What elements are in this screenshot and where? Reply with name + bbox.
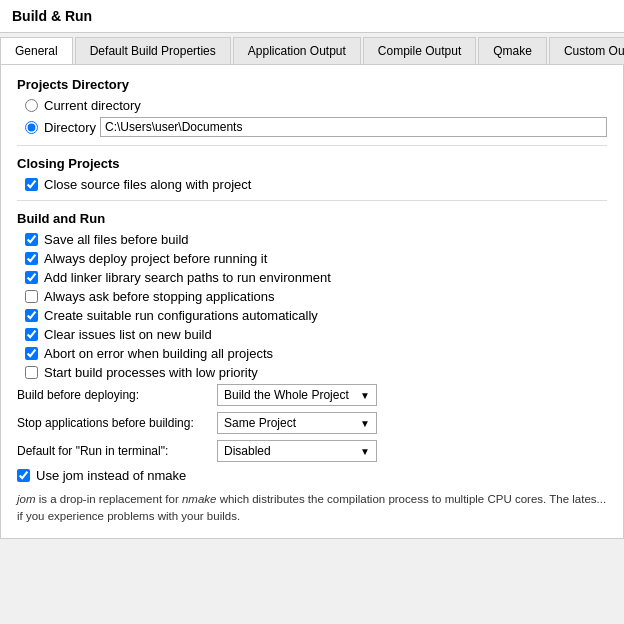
abort-error-checkbox[interactable] (25, 347, 38, 360)
tab-app-output[interactable]: Application Output (233, 37, 361, 64)
tab-compile-output[interactable]: Compile Output (363, 37, 476, 64)
stop-before-dropdown[interactable]: Same Project ▼ (217, 412, 377, 434)
projects-directory-label: Projects Directory (17, 77, 607, 92)
low-priority-row: Start build processes with low priority (25, 365, 607, 380)
run-configs-row: Create suitable run configurations autom… (25, 308, 607, 323)
stop-before-arrow-icon: ▼ (360, 418, 370, 429)
divider-1 (17, 145, 607, 146)
save-all-checkbox[interactable] (25, 233, 38, 246)
run-configs-label: Create suitable run configurations autom… (44, 308, 318, 323)
build-and-run-group: Save all files before build Always deplo… (25, 232, 607, 380)
directory-input[interactable] (100, 117, 607, 137)
closing-projects-label: Closing Projects (17, 156, 607, 171)
run-terminal-value: Disabled (224, 444, 271, 458)
jom-text-4: which distributes the compilation proces… (216, 493, 606, 505)
close-source-row: Close source files along with project (25, 177, 607, 192)
general-content: Projects Directory Current directory Dir… (0, 65, 624, 539)
jom-checkbox[interactable] (17, 469, 30, 482)
run-terminal-row: Default for "Run in terminal": Disabled … (17, 440, 607, 462)
run-configs-checkbox[interactable] (25, 309, 38, 322)
clear-issues-checkbox[interactable] (25, 328, 38, 341)
stop-before-field-label: Stop applications before building: (17, 416, 217, 430)
low-priority-checkbox[interactable] (25, 366, 38, 379)
clear-issues-row: Clear issues list on new build (25, 327, 607, 342)
projects-directory-group: Current directory Directory (25, 98, 607, 137)
jom-label: Use jom instead of nmake (36, 468, 186, 483)
run-terminal-field-label: Default for "Run in terminal": (17, 444, 217, 458)
linker-paths-label: Add linker library search paths to run e… (44, 270, 331, 285)
run-terminal-dropdown[interactable]: Disabled ▼ (217, 440, 377, 462)
ask-stop-checkbox[interactable] (25, 290, 38, 303)
linker-paths-row: Add linker library search paths to run e… (25, 270, 607, 285)
build-before-row: Build before deploying: Build the Whole … (17, 384, 607, 406)
jom-italic-3: nmake (182, 493, 217, 505)
closing-projects-group: Close source files along with project (25, 177, 607, 192)
stop-before-row: Stop applications before building: Same … (17, 412, 607, 434)
jom-checkbox-row: Use jom instead of nmake (17, 468, 607, 483)
build-before-field-label: Build before deploying: (17, 388, 217, 402)
close-source-label: Close source files along with project (44, 177, 251, 192)
tab-custom-output[interactable]: Custom Output Pa... (549, 37, 624, 64)
save-all-label: Save all files before build (44, 232, 189, 247)
window-title: Build & Run (0, 0, 624, 33)
tab-qmake[interactable]: Qmake (478, 37, 547, 64)
current-directory-radio[interactable] (25, 99, 38, 112)
run-terminal-arrow-icon: ▼ (360, 446, 370, 457)
linker-paths-checkbox[interactable] (25, 271, 38, 284)
deploy-before-label: Always deploy project before running it (44, 251, 267, 266)
build-before-value: Build the Whole Project (224, 388, 349, 402)
jom-text-2: is a drop-in replacement for (36, 493, 182, 505)
jom-info-text: jom is a drop-in replacement for nmake w… (17, 491, 607, 526)
build-and-run-label: Build and Run (17, 211, 607, 226)
deploy-before-row: Always deploy project before running it (25, 251, 607, 266)
divider-2 (17, 200, 607, 201)
ask-stop-label: Always ask before stopping applications (44, 289, 275, 304)
ask-stop-row: Always ask before stopping applications (25, 289, 607, 304)
abort-error-row: Abort on error when building all project… (25, 346, 607, 361)
current-directory-label: Current directory (44, 98, 141, 113)
low-priority-label: Start build processes with low priority (44, 365, 258, 380)
save-all-row: Save all files before build (25, 232, 607, 247)
jom-italic-1: jom (17, 493, 36, 505)
tab-default-build[interactable]: Default Build Properties (75, 37, 231, 64)
abort-error-label: Abort on error when building all project… (44, 346, 273, 361)
jom-text-line2: if you experience problems with your bui… (17, 510, 240, 522)
clear-issues-label: Clear issues list on new build (44, 327, 212, 342)
stop-before-value: Same Project (224, 416, 296, 430)
directory-radio[interactable] (25, 121, 38, 134)
deploy-before-checkbox[interactable] (25, 252, 38, 265)
close-source-checkbox[interactable] (25, 178, 38, 191)
build-before-arrow-icon: ▼ (360, 390, 370, 401)
build-before-dropdown[interactable]: Build the Whole Project ▼ (217, 384, 377, 406)
directory-radio-row: Directory (25, 117, 607, 137)
tab-general[interactable]: General (0, 37, 73, 65)
current-directory-radio-row: Current directory (25, 98, 607, 113)
directory-label: Directory (44, 120, 96, 135)
tab-bar: General Default Build Properties Applica… (0, 33, 624, 65)
